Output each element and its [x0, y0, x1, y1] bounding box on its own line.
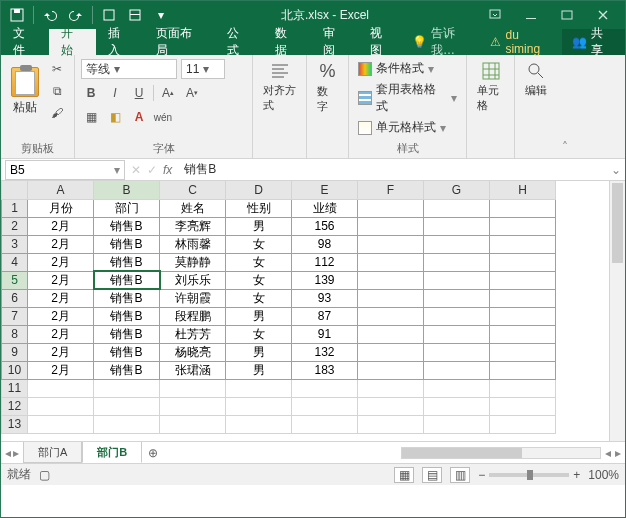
cell-A1[interactable]: 月份: [28, 199, 94, 217]
cut-icon[interactable]: ✂: [47, 59, 67, 79]
phonetic-icon[interactable]: wén: [153, 107, 173, 127]
cell-G9[interactable]: [424, 343, 490, 361]
row-header-3[interactable]: 3: [2, 235, 28, 253]
cell-F8[interactable]: [358, 325, 424, 343]
cell-A4[interactable]: 2月: [28, 253, 94, 271]
select-all-corner[interactable]: [2, 181, 28, 199]
row-header-4[interactable]: 4: [2, 253, 28, 271]
col-header-G[interactable]: G: [424, 181, 490, 199]
cell-F1[interactable]: [358, 199, 424, 217]
zoom-in-icon[interactable]: +: [573, 468, 580, 482]
font-name-dropdown[interactable]: 等线▾: [81, 59, 177, 79]
cell-E3[interactable]: 98: [292, 235, 358, 253]
cell-B5[interactable]: 销售B: [94, 271, 160, 289]
sheet-tab-部门B[interactable]: 部门B: [82, 442, 142, 463]
ribbon-tab-视图[interactable]: 视图: [358, 29, 406, 55]
fx-icon[interactable]: fx: [163, 163, 172, 177]
cell-B12[interactable]: [94, 397, 160, 415]
cell-H10[interactable]: [490, 361, 556, 379]
tab-scroll-first-icon[interactable]: ◂: [5, 446, 11, 460]
cell-F13[interactable]: [358, 415, 424, 433]
cell-E12[interactable]: [292, 397, 358, 415]
cell-G3[interactable]: [424, 235, 490, 253]
cell-C4[interactable]: 莫静静: [160, 253, 226, 271]
cell-F5[interactable]: [358, 271, 424, 289]
cell-A9[interactable]: 2月: [28, 343, 94, 361]
cell-E5[interactable]: 139: [292, 271, 358, 289]
zoom-control[interactable]: − +: [478, 468, 580, 482]
cell-A3[interactable]: 2月: [28, 235, 94, 253]
cell-G10[interactable]: [424, 361, 490, 379]
paste-button[interactable]: 粘贴: [7, 65, 43, 118]
cell-C1[interactable]: 姓名: [160, 199, 226, 217]
col-header-B[interactable]: B: [94, 181, 160, 199]
cell-F9[interactable]: [358, 343, 424, 361]
ribbon-tab-公式[interactable]: 公式: [215, 29, 263, 55]
qat-btn-1-icon[interactable]: [97, 3, 121, 27]
formula-input[interactable]: 销售B: [178, 161, 607, 178]
save-icon[interactable]: [5, 3, 29, 27]
cell-D3[interactable]: 女: [226, 235, 292, 253]
cell-C6[interactable]: 许朝霞: [160, 289, 226, 307]
col-header-E[interactable]: E: [292, 181, 358, 199]
borders-icon[interactable]: ▦: [81, 107, 101, 127]
collapse-ribbon-icon[interactable]: ˄: [557, 55, 573, 158]
cell-B7[interactable]: 销售B: [94, 307, 160, 325]
conditional-formatting-button[interactable]: 条件格式▾: [355, 59, 460, 78]
cell-G4[interactable]: [424, 253, 490, 271]
zoom-out-icon[interactable]: −: [478, 468, 485, 482]
cell-F10[interactable]: [358, 361, 424, 379]
cancel-formula-icon[interactable]: ✕: [131, 163, 141, 177]
cell-E2[interactable]: 156: [292, 217, 358, 235]
row-header-8[interactable]: 8: [2, 325, 28, 343]
underline-button[interactable]: U: [129, 83, 149, 103]
ribbon-tab-审阅[interactable]: 审阅: [311, 29, 359, 55]
cell-H1[interactable]: [490, 199, 556, 217]
normal-view-icon[interactable]: ▦: [394, 467, 414, 483]
horizontal-scrollbar[interactable]: [401, 447, 601, 459]
cell-H2[interactable]: [490, 217, 556, 235]
cell-E10[interactable]: 183: [292, 361, 358, 379]
ribbon-tab-文件[interactable]: 文件: [1, 29, 49, 55]
cell-C13[interactable]: [160, 415, 226, 433]
col-header-A[interactable]: A: [28, 181, 94, 199]
cell-C10[interactable]: 张珺涵: [160, 361, 226, 379]
undo-icon[interactable]: [38, 3, 62, 27]
ribbon-tab-数据[interactable]: 数据: [263, 29, 311, 55]
cell-A5[interactable]: 2月: [28, 271, 94, 289]
cell-A10[interactable]: 2月: [28, 361, 94, 379]
cell-B9[interactable]: 销售B: [94, 343, 160, 361]
cell-C5[interactable]: 刘乐乐: [160, 271, 226, 289]
cell-H12[interactable]: [490, 397, 556, 415]
col-header-F[interactable]: F: [358, 181, 424, 199]
cell-C3[interactable]: 林雨馨: [160, 235, 226, 253]
row-header-1[interactable]: 1: [2, 199, 28, 217]
cell-B6[interactable]: 销售B: [94, 289, 160, 307]
cell-E11[interactable]: [292, 379, 358, 397]
row-header-2[interactable]: 2: [2, 217, 28, 235]
ribbon-tab-插入[interactable]: 插入: [96, 29, 144, 55]
cell-styles-button[interactable]: 单元格样式▾: [355, 118, 460, 137]
cell-H3[interactable]: [490, 235, 556, 253]
share-button[interactable]: 👥共享: [562, 29, 625, 55]
format-as-table-button[interactable]: 套用表格格式▾: [355, 80, 460, 116]
cell-H13[interactable]: [490, 415, 556, 433]
cell-E1[interactable]: 业绩: [292, 199, 358, 217]
ribbon-options-icon[interactable]: [477, 1, 513, 29]
zoom-level[interactable]: 100%: [588, 468, 619, 482]
minimize-icon[interactable]: [513, 1, 549, 29]
cell-H4[interactable]: [490, 253, 556, 271]
cell-F4[interactable]: [358, 253, 424, 271]
copy-icon[interactable]: ⧉: [47, 81, 67, 101]
cell-D11[interactable]: [226, 379, 292, 397]
cell-G8[interactable]: [424, 325, 490, 343]
cell-F11[interactable]: [358, 379, 424, 397]
cell-G6[interactable]: [424, 289, 490, 307]
col-header-C[interactable]: C: [160, 181, 226, 199]
redo-icon[interactable]: [64, 3, 88, 27]
cell-B4[interactable]: 销售B: [94, 253, 160, 271]
cell-F6[interactable]: [358, 289, 424, 307]
cell-H7[interactable]: [490, 307, 556, 325]
tell-me[interactable]: 💡告诉我…: [406, 29, 485, 55]
name-box[interactable]: B5▾: [5, 160, 125, 180]
